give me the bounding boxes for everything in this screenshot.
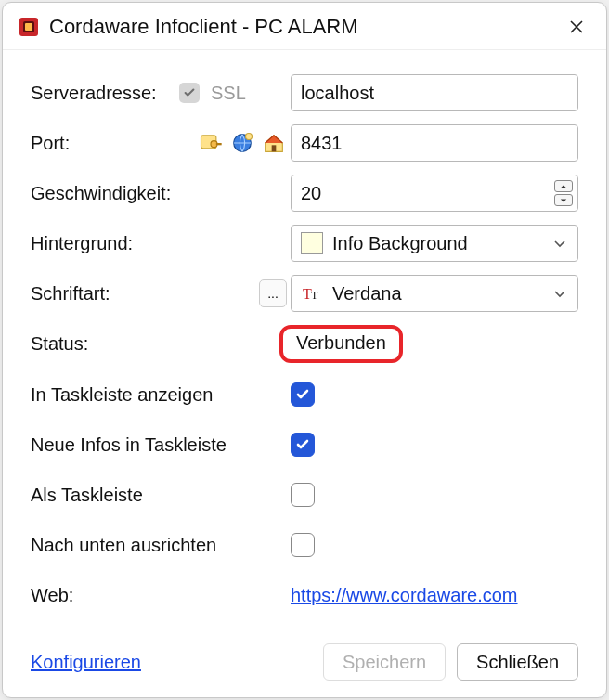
globe-icon xyxy=(229,130,255,156)
content-area: Serveradresse: SSL Port: xyxy=(3,50,606,636)
font-dropdown[interactable]: TT Verdana xyxy=(291,275,578,312)
status-label: Status: xyxy=(31,333,179,355)
svg-rect-2 xyxy=(25,23,32,31)
speed-spinner xyxy=(554,180,573,206)
align-bottom-checkbox[interactable] xyxy=(291,533,315,557)
titlebar: Cordaware Infoclient - PC ALARM xyxy=(3,3,606,50)
as-taskbar-checkbox[interactable] xyxy=(291,483,315,507)
background-value: Info Background xyxy=(332,233,468,254)
font-icon: TT xyxy=(301,282,323,305)
home-icon-button[interactable] xyxy=(261,130,287,156)
chevron-down-icon xyxy=(553,289,566,298)
speed-spin-up[interactable] xyxy=(554,180,573,192)
align-bottom-row: Nach unten ausrichten xyxy=(31,526,578,564)
window-close-button[interactable] xyxy=(562,12,591,42)
status-row: Status: Verbunden xyxy=(31,325,578,363)
as-taskbar-row: Als Taskleiste xyxy=(31,476,578,513)
port-row: Port: xyxy=(31,124,578,162)
ssl-label: SSL xyxy=(211,83,246,104)
server-label: Serveradresse: xyxy=(31,83,179,104)
dialog-window: Cordaware Infoclient - PC ALARM Serverad… xyxy=(2,2,607,698)
svg-rect-8 xyxy=(272,145,277,151)
port-label: Port: xyxy=(31,133,179,154)
speed-input[interactable] xyxy=(291,175,578,212)
key-icon xyxy=(198,130,224,156)
font-row: Schriftart: ... TT Verdana xyxy=(31,275,578,312)
window-title: Cordaware Infoclient - PC ALARM xyxy=(49,15,562,39)
background-dropdown[interactable]: Info Background xyxy=(291,225,578,262)
check-icon xyxy=(295,387,310,402)
close-button[interactable]: Schließen xyxy=(457,643,578,681)
port-input[interactable] xyxy=(291,124,578,162)
font-value: Verdana xyxy=(332,283,402,305)
show-taskbar-row: In Taskleiste anzeigen xyxy=(31,376,578,413)
speed-label: Geschwindigkeit: xyxy=(31,183,179,204)
home-icon xyxy=(261,130,287,156)
ssl-checkbox[interactable] xyxy=(179,83,200,103)
speed-spin-down[interactable] xyxy=(554,194,573,206)
show-taskbar-checkbox[interactable] xyxy=(291,382,315,407)
background-row: Hintergrund: Info Background xyxy=(31,225,578,262)
show-taskbar-label: In Taskleiste anzeigen xyxy=(31,384,291,406)
font-label: Schriftart: xyxy=(31,283,179,305)
close-icon xyxy=(569,19,584,34)
chevron-down-icon xyxy=(553,239,566,248)
speed-row: Geschwindigkeit: xyxy=(31,175,578,212)
web-row: Web: https://www.cordaware.com xyxy=(31,577,578,614)
font-ellipsis-button[interactable]: ... xyxy=(259,279,287,307)
svg-rect-5 xyxy=(216,143,222,145)
new-info-checkbox[interactable] xyxy=(291,433,315,457)
configure-link[interactable]: Konfigurieren xyxy=(31,652,141,673)
svg-text:T: T xyxy=(311,289,318,302)
status-highlight: Verbunden xyxy=(279,325,403,363)
check-icon xyxy=(183,86,196,99)
ssl-group: SSL xyxy=(179,83,291,104)
server-input[interactable] xyxy=(291,74,578,111)
save-button[interactable]: Speichern xyxy=(323,643,446,681)
globe-icon-button[interactable] xyxy=(229,130,255,156)
key-icon-button[interactable] xyxy=(198,130,224,156)
app-icon xyxy=(18,16,40,38)
as-taskbar-label: Als Taskleiste xyxy=(31,485,291,506)
bottom-bar: Konfigurieren Speichern Schließen xyxy=(3,636,606,700)
status-value: Verbunden xyxy=(296,332,386,353)
web-label: Web: xyxy=(31,585,179,606)
svg-point-7 xyxy=(246,134,253,140)
check-icon xyxy=(295,437,310,452)
server-row: Serveradresse: SSL xyxy=(31,74,578,111)
new-info-label: Neue Infos in Taskleiste xyxy=(31,434,291,456)
align-bottom-label: Nach unten ausrichten xyxy=(31,535,291,556)
background-color-swatch xyxy=(301,232,323,254)
new-info-row: Neue Infos in Taskleiste xyxy=(31,426,578,463)
web-link[interactable]: https://www.cordaware.com xyxy=(291,585,518,606)
background-label: Hintergrund: xyxy=(31,233,179,254)
